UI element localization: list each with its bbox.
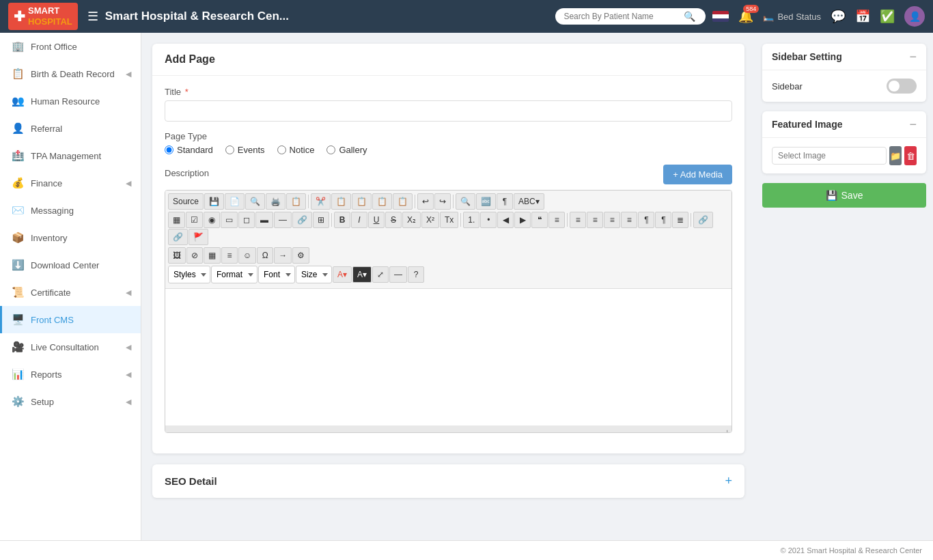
- tb-align-justify[interactable]: ≡: [621, 212, 637, 228]
- tb-hline[interactable]: ≡: [221, 247, 238, 264]
- seo-header[interactable]: SEO Detail +: [152, 464, 744, 498]
- page-type-gallery[interactable]: Gallery: [326, 145, 367, 155]
- tb-copy[interactable]: 📋: [331, 193, 351, 210]
- tb-replace[interactable]: 🔤: [476, 193, 496, 210]
- tb-source[interactable]: Source: [168, 193, 204, 210]
- tb-spellcheck[interactable]: ABC▾: [514, 193, 544, 210]
- tb-checkbox[interactable]: ☑: [186, 212, 203, 228]
- calendar-icon[interactable]: 📅: [855, 9, 870, 24]
- tb-cut[interactable]: ✂️: [311, 193, 331, 210]
- tb-select-all[interactable]: ¶: [497, 193, 513, 210]
- page-type-notice[interactable]: Notice: [277, 145, 315, 155]
- tb-link2[interactable]: 🔗: [693, 212, 713, 228]
- tb-form[interactable]: ⊞: [313, 212, 329, 228]
- tb-special-char[interactable]: Ω: [257, 247, 273, 264]
- tb-strikethrough[interactable]: S: [385, 212, 402, 228]
- tb-remove-format[interactable]: Tx: [440, 212, 458, 228]
- tb-indent[interactable]: ▶: [514, 212, 531, 228]
- image-input[interactable]: [772, 147, 887, 165]
- sidebar-toggle[interactable]: [887, 79, 917, 94]
- tb-radio[interactable]: ◉: [204, 212, 220, 228]
- tb-outdent[interactable]: ◀: [497, 212, 514, 228]
- sidebar-item-messaging[interactable]: ✉️ Messaging: [0, 197, 141, 224]
- radio-notice[interactable]: [277, 145, 286, 154]
- styles-select[interactable]: Styles: [168, 266, 210, 283]
- sidebar-item-referral[interactable]: 👤 Referral: [0, 115, 141, 142]
- notification-icon[interactable]: 🔔 584: [738, 9, 753, 24]
- sidebar-item-certificate[interactable]: 📜 Certificate ◀: [0, 279, 141, 306]
- radio-standard[interactable]: [165, 145, 173, 154]
- page-type-events[interactable]: Events: [225, 145, 265, 155]
- tb-unlink[interactable]: 🔗: [168, 229, 188, 245]
- featured-image-collapse[interactable]: −: [909, 118, 917, 130]
- image-delete-button[interactable]: 🗑: [904, 146, 917, 165]
- tasks-icon[interactable]: ✅: [880, 9, 895, 24]
- sidebar-item-front-office[interactable]: 🏢 Front Office: [0, 33, 141, 60]
- editor-area[interactable]: [165, 289, 732, 425]
- tb-flash[interactable]: ⊘: [186, 247, 203, 264]
- tb-iframe[interactable]: →: [274, 247, 292, 264]
- tb-save[interactable]: 💾: [204, 193, 224, 210]
- tb-show-blocks[interactable]: ⚙: [292, 247, 309, 264]
- tb-undo[interactable]: ↩: [417, 193, 434, 210]
- whatsapp-icon[interactable]: 💬: [831, 9, 846, 24]
- tb-align-left[interactable]: ≡: [570, 212, 586, 228]
- tb-resize[interactable]: —: [389, 266, 407, 283]
- tb-unordered-list[interactable]: •: [480, 212, 497, 228]
- tb-italic[interactable]: I: [351, 212, 367, 228]
- format-select[interactable]: Format: [211, 266, 257, 283]
- sidebar-item-setup[interactable]: ⚙️ Setup ◀: [0, 388, 141, 415]
- tb-button[interactable]: —: [274, 212, 292, 228]
- tb-print[interactable]: 🖨️: [266, 193, 286, 210]
- tb-find[interactable]: 🔍: [456, 193, 475, 210]
- tb-language[interactable]: ≣: [672, 212, 688, 228]
- tb-input[interactable]: ▭: [221, 212, 238, 228]
- tb-select[interactable]: ◻: [238, 212, 255, 228]
- title-input[interactable]: [165, 100, 732, 122]
- sidebar-item-download-center[interactable]: ⬇️ Download Center: [0, 251, 141, 279]
- editor-resize-handle[interactable]: ⌟: [165, 425, 732, 432]
- radio-gallery[interactable]: [326, 145, 335, 154]
- tb-superscript[interactable]: X²: [421, 212, 439, 228]
- tb-image[interactable]: 🖼: [168, 247, 186, 264]
- tb-link[interactable]: 🔗: [292, 212, 312, 228]
- tb-new[interactable]: 📄: [225, 193, 245, 210]
- radio-events[interactable]: [225, 145, 234, 154]
- tb-align-right[interactable]: ≡: [604, 212, 620, 228]
- tb-table2[interactable]: ▦: [204, 247, 221, 264]
- avatar[interactable]: 👤: [904, 6, 925, 27]
- hamburger-icon[interactable]: ☰: [87, 9, 98, 24]
- sidebar-setting-collapse[interactable]: −: [909, 51, 917, 63]
- tb-anchor[interactable]: 🚩: [189, 229, 208, 245]
- tb-blockquote[interactable]: ❝: [531, 212, 548, 228]
- size-select[interactable]: Size: [296, 266, 332, 283]
- tb-rtl[interactable]: ¶: [655, 212, 671, 228]
- tb-subscript[interactable]: X₂: [402, 212, 421, 228]
- tb-preview[interactable]: 🔍: [245, 193, 265, 210]
- seo-expand-icon[interactable]: +: [725, 474, 732, 488]
- image-browse-button[interactable]: 📁: [889, 146, 902, 165]
- search-input[interactable]: [563, 12, 680, 21]
- tb-paste-text[interactable]: 📋: [372, 193, 392, 210]
- sidebar-item-front-cms[interactable]: 🖥️ Front CMS: [0, 306, 141, 333]
- sidebar-item-reports[interactable]: 📊 Reports ◀: [0, 361, 141, 388]
- tb-align-center[interactable]: ≡: [587, 212, 603, 228]
- tb-help[interactable]: ?: [408, 266, 424, 283]
- sidebar-item-inventory[interactable]: 📦 Inventory: [0, 224, 141, 251]
- logo[interactable]: ✚ SMART HOSPITAL: [8, 3, 78, 29]
- tb-maximize[interactable]: ⤢: [372, 266, 389, 283]
- tb-ordered-list[interactable]: 1.: [463, 212, 479, 228]
- tb-bold[interactable]: B: [334, 212, 350, 228]
- tb-bg-color[interactable]: A▾: [352, 266, 372, 283]
- tb-smiley[interactable]: ☺: [238, 247, 256, 264]
- sidebar-item-human-resource[interactable]: 👥 Human Resource: [0, 87, 141, 115]
- bed-status-button[interactable]: 🛏️ Bed Status: [763, 12, 821, 22]
- sidebar-item-birth-death[interactable]: 📋 Birth & Death Record ◀: [0, 60, 141, 87]
- tb-table[interactable]: ▦: [168, 212, 185, 228]
- tb-paste-word[interactable]: 📋: [393, 193, 413, 210]
- tb-underline[interactable]: U: [368, 212, 385, 228]
- font-select[interactable]: Font: [258, 266, 295, 283]
- add-media-button[interactable]: + Add Media: [663, 165, 732, 184]
- tb-templates[interactable]: 📋: [286, 193, 306, 210]
- tb-paste[interactable]: 📋: [352, 193, 372, 210]
